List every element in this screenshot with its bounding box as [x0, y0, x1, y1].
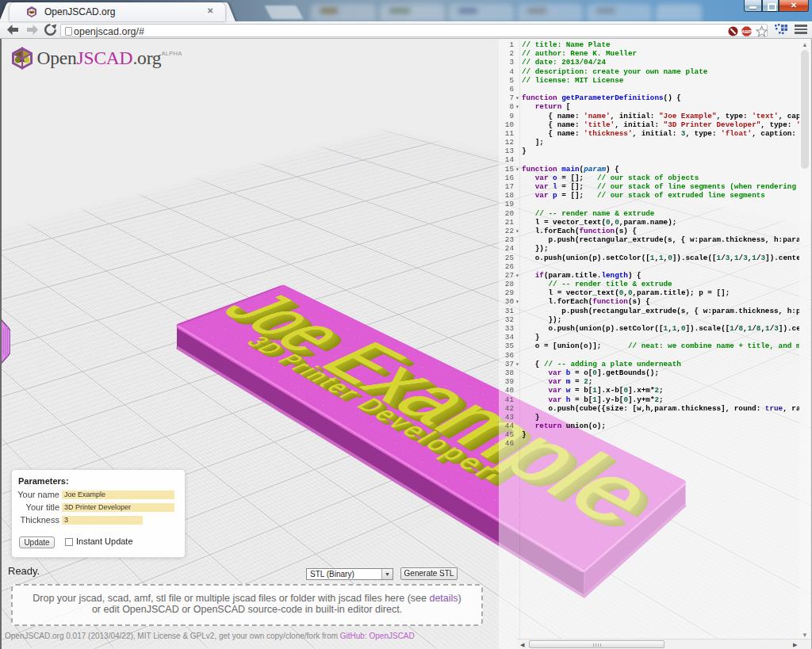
svg-text:ABP: ABP	[741, 29, 752, 34]
